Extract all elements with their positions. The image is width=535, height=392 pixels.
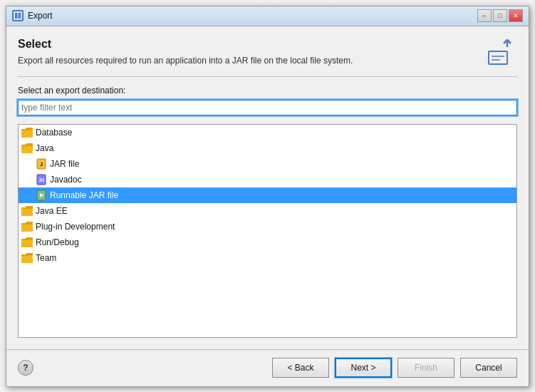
filter-input[interactable] bbox=[18, 100, 517, 115]
folder-icon bbox=[21, 252, 33, 264]
window-controls: − □ ✕ bbox=[477, 9, 523, 22]
tree-item-label-team: Team bbox=[36, 253, 56, 263]
jar-icon: J bbox=[36, 158, 47, 170]
filter-section: Select an export destination: bbox=[18, 86, 517, 115]
header-icon bbox=[483, 38, 517, 68]
app-icon bbox=[12, 10, 24, 21]
tree-item-jar-file[interactable]: J JAR file bbox=[19, 156, 516, 172]
javadoc-icon: Jd bbox=[36, 174, 47, 185]
page-title: Select bbox=[18, 38, 483, 51]
tree-item-label-runnable-jar: Runnable JAR file bbox=[50, 190, 118, 200]
tree-item-label-java: Java bbox=[36, 143, 53, 153]
next-button[interactable]: Next > bbox=[335, 358, 392, 378]
maximize-button[interactable]: □ bbox=[493, 9, 507, 22]
svg-text:J: J bbox=[40, 161, 43, 167]
header-text: Select Export all resources required to … bbox=[18, 38, 483, 67]
folder-icon bbox=[21, 237, 33, 248]
tree-item-javadoc[interactable]: Jd Javadoc bbox=[19, 172, 516, 187]
tree-item-team[interactable]: Team bbox=[19, 250, 516, 266]
folder-icon bbox=[21, 221, 33, 232]
tree-item-run-debug[interactable]: Run/Debug bbox=[19, 234, 516, 250]
divider bbox=[18, 76, 517, 77]
tree-item-label-database: Database bbox=[36, 128, 72, 138]
folder-icon bbox=[21, 127, 33, 138]
svg-rect-2 bbox=[489, 51, 507, 64]
finish-button[interactable]: Finish bbox=[398, 358, 455, 378]
tree-container: Database Java J JAR file Jd Javadoc Runn… bbox=[18, 124, 517, 338]
tree-item-label-plugin-dev: Plug-in Development bbox=[36, 222, 115, 232]
tree-item-runnable-jar[interactable]: Runnable JAR file bbox=[19, 187, 516, 203]
tree-item-label-java-ee: Java EE bbox=[36, 206, 68, 216]
folder-icon bbox=[21, 143, 33, 154]
tree-item-database[interactable]: Database bbox=[19, 125, 516, 140]
footer-buttons: < Back Next > Finish Cancel bbox=[272, 358, 517, 378]
export-dialog: Export − □ ✕ Select Export all resources… bbox=[6, 6, 529, 387]
tree-item-java[interactable]: Java bbox=[19, 140, 516, 156]
filter-label: Select an export destination: bbox=[18, 86, 517, 96]
minimize-button[interactable]: − bbox=[477, 9, 492, 22]
svg-text:Jd: Jd bbox=[38, 177, 44, 182]
back-button[interactable]: < Back bbox=[272, 358, 329, 378]
tree-item-label-run-debug: Run/Debug bbox=[36, 237, 79, 247]
close-button[interactable]: ✕ bbox=[509, 9, 523, 22]
tree-scroll[interactable]: Database Java J JAR file Jd Javadoc Runn… bbox=[19, 125, 516, 337]
footer-left: ? bbox=[18, 360, 33, 376]
runnable-icon bbox=[36, 190, 47, 201]
window-title: Export bbox=[28, 11, 53, 21]
cancel-button[interactable]: Cancel bbox=[460, 358, 517, 378]
folder-icon bbox=[21, 205, 33, 217]
dialog-content: Select Export all resources required to … bbox=[6, 26, 529, 349]
help-button[interactable]: ? bbox=[18, 360, 33, 376]
footer: ? < Back Next > Finish Cancel bbox=[6, 349, 529, 386]
tree-item-plugin-dev[interactable]: Plug-in Development bbox=[19, 219, 516, 234]
page-description: Export all resources required to run an … bbox=[18, 55, 483, 67]
tree-item-java-ee[interactable]: Java EE bbox=[19, 203, 516, 219]
title-bar: Export − □ ✕ bbox=[6, 6, 529, 26]
tree-item-label-javadoc: Javadoc bbox=[50, 175, 82, 185]
header-section: Select Export all resources required to … bbox=[18, 38, 517, 68]
title-bar-left: Export bbox=[12, 10, 53, 21]
export-icon bbox=[486, 38, 514, 67]
tree-item-label-jar-file: JAR file bbox=[50, 159, 79, 169]
